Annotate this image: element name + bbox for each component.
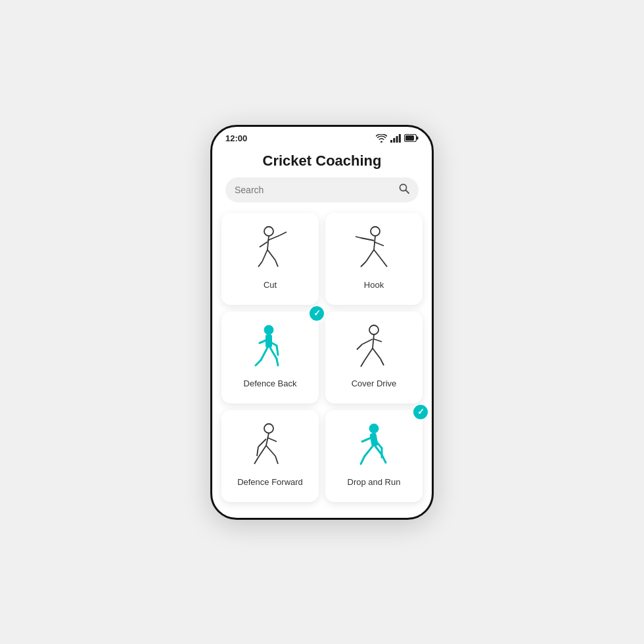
- defence-forward-figure: [244, 419, 296, 472]
- card-cut[interactable]: Cut: [221, 213, 319, 305]
- drop-and-run-figure: [348, 419, 400, 472]
- defence-back-figure: [244, 321, 296, 373]
- svg-line-39: [357, 344, 362, 350]
- svg-line-24: [374, 250, 383, 262]
- search-bar[interactable]: [225, 177, 419, 202]
- phone-frame: 12:00 Cricket: [210, 125, 434, 520]
- svg-line-46: [266, 433, 269, 446]
- svg-line-43: [361, 360, 365, 367]
- defence-forward-label: Defence Forward: [237, 477, 303, 487]
- defence-back-check: ✓: [308, 305, 325, 322]
- svg-line-51: [266, 446, 275, 456]
- card-cover-drive[interactable]: Cover Drive: [325, 311, 423, 403]
- svg-line-58: [362, 438, 371, 442]
- status-icons: [376, 134, 419, 143]
- svg-line-61: [361, 456, 365, 464]
- svg-rect-6: [405, 135, 414, 141]
- svg-line-50: [258, 446, 266, 457]
- app-header: Cricket Coaching: [212, 146, 432, 177]
- battery-icon: [404, 134, 419, 142]
- wifi-icon: [376, 134, 387, 143]
- svg-point-54: [369, 424, 379, 433]
- svg-line-49: [267, 438, 277, 442]
- card-grid: Cut Hook ✓: [212, 213, 432, 502]
- cut-figure: [244, 222, 296, 275]
- status-bar: 12:00: [212, 127, 432, 146]
- svg-line-35: [277, 359, 278, 365]
- svg-line-40: [374, 339, 382, 342]
- svg-line-15: [267, 250, 275, 260]
- svg-point-45: [264, 424, 273, 433]
- svg-point-27: [264, 325, 273, 334]
- svg-line-38: [362, 339, 373, 344]
- cut-label: Cut: [264, 280, 277, 290]
- signal-icon: [390, 134, 401, 143]
- svg-rect-2: [396, 136, 398, 143]
- cover-drive-label: Cover Drive: [352, 379, 397, 388]
- svg-line-22: [374, 242, 384, 246]
- svg-line-26: [383, 262, 387, 267]
- svg-line-34: [256, 360, 261, 365]
- card-defence-back[interactable]: ✓ Defence Back: [221, 311, 319, 403]
- svg-line-25: [361, 262, 366, 267]
- svg-line-16: [258, 262, 262, 267]
- svg-rect-55: [369, 432, 378, 446]
- svg-line-30: [277, 346, 278, 355]
- svg-point-36: [369, 325, 379, 334]
- svg-rect-1: [393, 138, 395, 143]
- card-drop-and-run[interactable]: ✓ Drop and Run: [325, 410, 423, 502]
- svg-line-21: [356, 237, 361, 238]
- svg-line-59: [365, 446, 373, 456]
- svg-point-18: [371, 227, 380, 236]
- svg-line-17: [275, 260, 278, 267]
- svg-point-9: [264, 227, 273, 236]
- time-display: 12:00: [225, 133, 247, 143]
- svg-line-42: [373, 348, 380, 359]
- page-title: Cricket Coaching: [225, 152, 419, 170]
- svg-line-62: [382, 455, 386, 463]
- svg-line-41: [365, 348, 373, 360]
- svg-line-32: [261, 348, 267, 360]
- svg-line-44: [380, 359, 384, 365]
- search-icon: [399, 183, 409, 196]
- svg-line-8: [406, 190, 409, 193]
- svg-rect-5: [417, 137, 419, 140]
- svg-line-12: [280, 232, 287, 235]
- hook-label: Hook: [364, 280, 384, 290]
- svg-line-13: [260, 242, 267, 247]
- svg-line-47: [258, 439, 266, 447]
- svg-line-14: [262, 250, 267, 262]
- svg-line-23: [366, 250, 374, 262]
- svg-line-10: [267, 236, 269, 250]
- cover-drive-figure: [348, 321, 400, 373]
- svg-line-20: [361, 238, 374, 241]
- drop-and-run-label: Drop and Run: [348, 477, 401, 487]
- svg-line-52: [254, 457, 258, 464]
- drop-and-run-check: ✓: [412, 403, 429, 421]
- search-input[interactable]: [235, 185, 394, 195]
- card-defence-forward[interactable]: Defence Forward: [221, 410, 319, 502]
- svg-rect-3: [399, 134, 401, 143]
- svg-line-53: [275, 456, 278, 464]
- card-hook[interactable]: Hook: [325, 213, 423, 305]
- hook-figure: [348, 222, 400, 275]
- svg-line-48: [257, 447, 258, 456]
- defence-back-label: Defence Back: [244, 379, 297, 388]
- svg-rect-0: [390, 140, 392, 143]
- svg-line-37: [373, 334, 374, 348]
- svg-line-33: [270, 348, 277, 359]
